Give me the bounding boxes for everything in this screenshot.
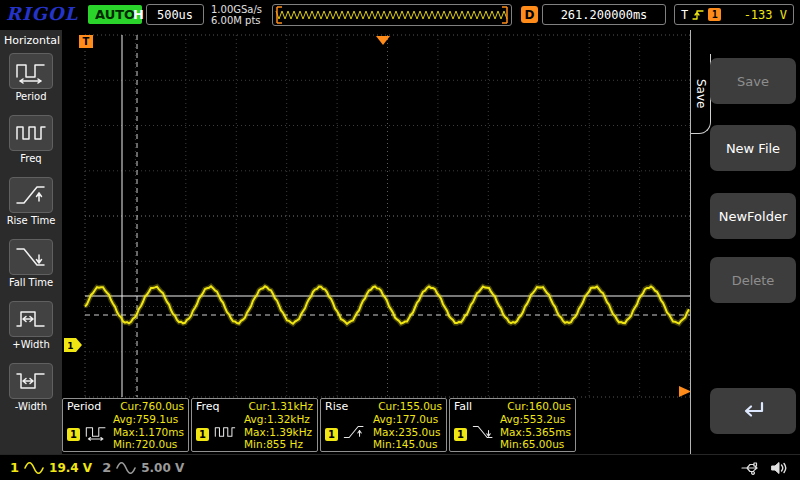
measurement-box-period[interactable]: Period Cur:760.0us 1 Avg:759.1us Max:1.1… [62, 398, 189, 452]
acquisition-info: 1.00GSa/s 6.00M pts [211, 4, 262, 26]
sidebar-title: Horizontal [2, 33, 60, 53]
sidebar-item-rise-time[interactable]: Rise Time [2, 177, 60, 226]
waveform-display: T1 [62, 30, 690, 398]
channel-scale: 5.00 V [141, 461, 184, 475]
channel-scale: 19.4 V [49, 461, 92, 475]
rigol-logo: RIGOL [6, 3, 78, 24]
timebase-readout[interactable]: 500us [146, 4, 204, 25]
system-icons [740, 460, 790, 476]
new-folder-button[interactable]: NewFolder [710, 193, 796, 239]
fall-time-icon [470, 423, 496, 445]
period-icon [9, 53, 53, 89]
measurement-max: Max:1.170ms [113, 426, 184, 439]
trigger-level-value: -133 V [744, 8, 787, 22]
menu-tab-save: Save [691, 54, 711, 134]
trigger-readout[interactable]: T 1 -133 V [674, 4, 794, 25]
svg-text:1: 1 [67, 341, 73, 351]
back-button[interactable] [710, 388, 796, 434]
memory-depth: 6.00M pts [211, 15, 262, 26]
save-menu: Save Save New File NewFolder Delete [690, 30, 800, 454]
sidebar-item-label: Freq [20, 153, 41, 164]
channel-number: 1 [10, 460, 19, 475]
measurement-min: Min:855 Hz [244, 438, 313, 451]
measurement-cur: Cur:155.0us [378, 400, 442, 413]
measurement-row: Period Cur:760.0us 1 Avg:759.1us Max:1.1… [62, 398, 690, 454]
new-file-button[interactable]: New File [710, 125, 796, 171]
sidebar-item-neg-width[interactable]: -Width [2, 363, 60, 412]
measurement-min: Min:145.0us [373, 438, 442, 451]
measurement-box-rise[interactable]: Rise Cur:155.0us 1 Avg:177.0us Max:235.0… [320, 398, 447, 452]
svg-text:T: T [83, 36, 90, 47]
delay-readout[interactable]: 261.200000ms [542, 4, 666, 25]
neg-width-icon [9, 363, 53, 399]
channel-status-bar: 1 19.4 V 2 5.00 V [0, 454, 800, 480]
speaker-icon[interactable] [770, 460, 790, 476]
measurement-avg: Avg:1.32kHz [244, 413, 313, 426]
measurement-name: Rise [325, 400, 348, 413]
sidebar-item-label: Period [15, 91, 46, 102]
rise-time-icon [341, 423, 367, 445]
period-icon [83, 423, 109, 445]
horizontal-label: H [133, 7, 144, 22]
measurement-max: Max:1.39kHz [244, 426, 313, 439]
measurement-cur: Cur:760.0us [120, 400, 184, 413]
measurement-name: Period [67, 400, 101, 413]
top-status-bar: RIGOL AUTO H 500us 1.00GSa/s 6.00M pts D… [0, 0, 800, 30]
oscilloscope-screen: RIGOL AUTO H 500us 1.00GSa/s 6.00M pts D… [0, 0, 800, 480]
channel-1-status[interactable]: 1 19.4 V [10, 460, 92, 475]
channel-badge: 1 [196, 428, 209, 441]
waveform-overview-strip[interactable] [272, 4, 512, 26]
measurement-max: Max:235.0us [373, 426, 442, 439]
measurement-cur: Cur:160.0us [507, 400, 571, 413]
sample-rate: 1.00GSa/s [211, 4, 262, 15]
measurement-box-fall[interactable]: Fall Cur:160.0us 1 Avg:553.2us Max:5.365… [449, 398, 576, 452]
measurement-max: Max:5.365ms [500, 426, 571, 439]
delete-button[interactable]: Delete [710, 257, 796, 303]
usb-icon [740, 460, 760, 476]
measurement-name: Freq [196, 400, 220, 413]
measurement-min: Min:720.0us [113, 438, 184, 451]
channel-badge: 1 [325, 428, 338, 441]
measurement-min: Min:65.00us [500, 438, 571, 451]
sidebar-item-label: -Width [15, 401, 47, 412]
channel-badge: 1 [67, 428, 80, 441]
save-button[interactable]: Save [710, 58, 796, 104]
sidebar-item-fall-time[interactable]: Fall Time [2, 239, 60, 288]
channel-badge: 1 [454, 428, 467, 441]
freq-icon [212, 423, 238, 445]
sidebar-item-label: +Width [12, 339, 49, 350]
sidebar-item-pos-width[interactable]: +Width [2, 301, 60, 350]
measurement-name: Fall [454, 400, 472, 413]
sidebar-item-label: Rise Time [7, 215, 56, 226]
delay-badge: D [521, 6, 538, 23]
measurement-avg: Avg:759.1us [113, 413, 184, 426]
rise-time-icon [9, 177, 53, 213]
sine-wave-icon [24, 461, 44, 475]
pos-width-icon [9, 301, 53, 337]
freq-icon [9, 115, 53, 151]
measure-sidebar: Horizontal Period Freq Rise Time Fall Ti… [0, 30, 62, 454]
measurement-avg: Avg:177.0us [373, 413, 442, 426]
measurement-avg: Avg:553.2us [500, 413, 571, 426]
return-arrow-icon [737, 398, 769, 425]
trigger-channel-badge: 1 [708, 8, 721, 21]
sidebar-item-label: Fall Time [9, 277, 53, 288]
channel-2-status[interactable]: 2 5.00 V [102, 460, 184, 475]
fall-time-icon [9, 239, 53, 275]
rising-edge-icon [692, 9, 704, 21]
trigger-label: T [681, 8, 688, 22]
sidebar-item-period[interactable]: Period [2, 53, 60, 102]
sidebar-item-freq[interactable]: Freq [2, 115, 60, 164]
sine-wave-icon [116, 461, 136, 475]
channel-number: 2 [102, 460, 111, 475]
measurement-box-freq[interactable]: Freq Cur:1.31kHz 1 Avg:1.32kHz Max:1.39k… [191, 398, 318, 452]
measurement-cur: Cur:1.31kHz [248, 400, 313, 413]
